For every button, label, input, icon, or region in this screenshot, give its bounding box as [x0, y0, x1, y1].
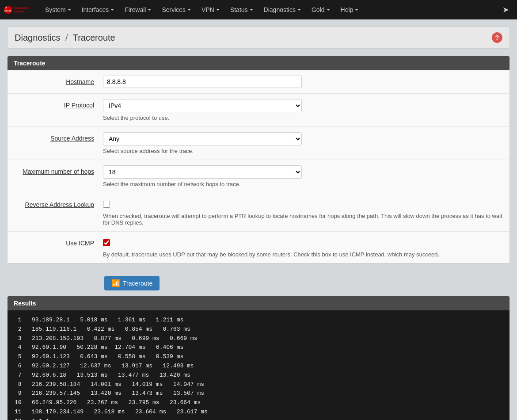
results-panel: Results 1 93.189.28.1 5.018 ms 1.361 ms …: [7, 296, 510, 420]
source-address-content: Any Select source address for the trace.: [103, 132, 502, 154]
results-body: 1 93.189.28.1 5.018 ms 1.361 ms 1.211 ms…: [8, 310, 509, 420]
use-icmp-help: By default, traceroute uses UDP but that…: [103, 251, 502, 258]
logout-icon[interactable]: ➤: [498, 5, 513, 15]
hostname-row: Hostname: [8, 70, 509, 94]
reverse-lookup-row: Reverse Address Lookup When checked, tra…: [8, 193, 509, 232]
traceroute-button[interactable]: 📶 Traceroute: [104, 276, 160, 290]
nav-item-gold[interactable]: Gold: [306, 0, 335, 19]
results-title: Results: [8, 296, 509, 310]
nav-item-vpn[interactable]: VPN: [196, 0, 225, 19]
hostname-content: [103, 76, 502, 88]
chevron-down-icon: [250, 9, 253, 11]
max-hops-select[interactable]: 18: [103, 165, 302, 179]
hostname-label: Hostname: [15, 76, 103, 85]
nav-item-firewall[interactable]: Firewall: [119, 0, 156, 19]
reverse-lookup-label: Reverse Address Lookup: [15, 199, 103, 208]
source-address-help: Select source address for the trace.: [103, 148, 502, 154]
ip-protocol-label: IP Protocol: [15, 99, 103, 109]
svg-text:Sense: Sense: [4, 9, 11, 12]
brand-logo[interactable]: pf Sense COMMUNITY EDITION: [4, 2, 34, 18]
page-wrapper: Diagnostics / Traceroute ? Traceroute Ho…: [0, 19, 517, 420]
nav-item-help[interactable]: Help: [335, 0, 364, 19]
chevron-down-icon: [68, 9, 71, 11]
use-icmp-content: By default, traceroute uses UDP but that…: [103, 237, 502, 258]
svg-text:EDITION: EDITION: [13, 10, 24, 13]
reverse-lookup-checkbox[interactable]: [103, 201, 110, 208]
results-pre: 1 93.189.28.1 5.018 ms 1.361 ms 1.211 ms…: [15, 316, 502, 420]
nav-item-diagnostics[interactable]: Diagnostics: [258, 0, 306, 19]
wifi-icon: 📶: [111, 279, 120, 287]
nav-item-services[interactable]: Services: [156, 0, 196, 19]
nav-right: ➤: [498, 5, 513, 15]
use-icmp-row: Use ICMP By default, traceroute uses UDP…: [8, 232, 509, 263]
button-row: 📶 Traceroute: [7, 271, 510, 296]
max-hops-row: Maximum number of hops 18 Select the max…: [8, 160, 509, 193]
max-hops-help: Select the maximum number of network hop…: [103, 181, 502, 187]
svg-text:pf: pf: [5, 6, 7, 9]
top-navbar: pf Sense COMMUNITY EDITION System Interf…: [0, 0, 517, 19]
ip-protocol-row: IP Protocol IPv4 IPv6 Select the protoco…: [8, 94, 509, 127]
source-address-select[interactable]: Any: [103, 132, 302, 145]
breadcrumb-separator: /: [65, 33, 68, 42]
reverse-lookup-help: When checked, traceroute will attempt to…: [103, 213, 502, 226]
nav-item-interfaces[interactable]: Interfaces: [76, 0, 119, 19]
reverse-lookup-content: When checked, traceroute will attempt to…: [103, 199, 502, 226]
nav-item-status[interactable]: Status: [225, 0, 258, 19]
use-icmp-checkbox[interactable]: [103, 239, 110, 246]
traceroute-panel: Traceroute Hostname IP Protocol IPv4: [7, 56, 510, 263]
panel-title: Traceroute: [8, 56, 509, 70]
help-icon[interactable]: ?: [492, 32, 502, 43]
chevron-down-icon: [148, 9, 151, 11]
breadcrumb: Diagnostics / Traceroute: [15, 33, 115, 43]
use-icmp-label: Use ICMP: [15, 237, 103, 247]
nav-item-system[interactable]: System: [40, 0, 76, 19]
max-hops-label: Maximum number of hops: [15, 165, 103, 175]
max-hops-content: 18 Select the maximum number of network …: [103, 165, 502, 187]
source-address-row: Source Address Any Select source address…: [8, 127, 509, 160]
chevron-down-icon: [216, 9, 220, 11]
breadcrumb-bar: Diagnostics / Traceroute ?: [7, 27, 510, 49]
source-address-label: Source Address: [15, 132, 103, 142]
ip-protocol-help: Select the protocol to use.: [103, 115, 502, 121]
chevron-down-icon: [355, 9, 358, 11]
nav-menu: System Interfaces Firewall Services VPN …: [40, 0, 498, 19]
chevron-down-icon: [327, 9, 330, 11]
chevron-down-icon: [187, 9, 191, 11]
panel-body: Hostname IP Protocol IPv4 IPv6 Select th…: [8, 70, 509, 263]
breadcrumb-current: Traceroute: [73, 33, 115, 42]
svg-text:COMMUNITY: COMMUNITY: [13, 7, 29, 9]
chevron-down-icon: [297, 9, 301, 11]
breadcrumb-parent[interactable]: Diagnostics: [15, 33, 60, 42]
chevron-down-icon: [110, 9, 114, 11]
ip-protocol-select[interactable]: IPv4 IPv6: [103, 99, 302, 112]
hostname-input[interactable]: [103, 76, 302, 88]
ip-protocol-content: IPv4 IPv6 Select the protocol to use.: [103, 99, 502, 121]
